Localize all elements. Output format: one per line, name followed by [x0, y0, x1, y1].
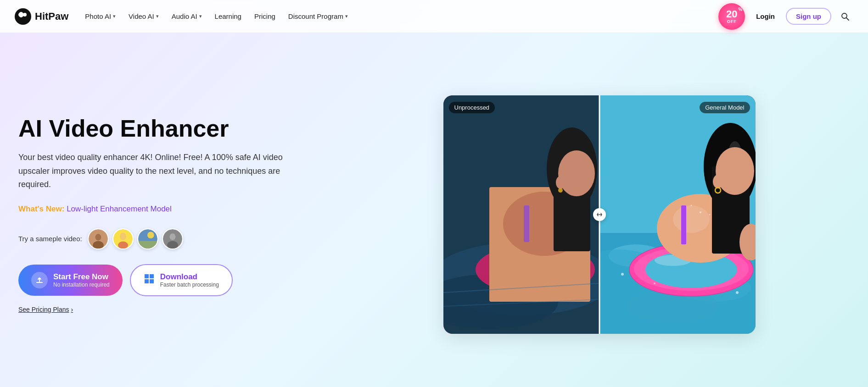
svg-point-32: [556, 176, 565, 189]
search-button[interactable]: [837, 8, 853, 25]
nav-discount-program[interactable]: Discount Program ▾: [283, 9, 353, 24]
hero-section: AI Video Enhancer Your best video qualit…: [0, 33, 868, 387]
start-free-label: Start Free Now: [53, 272, 110, 282]
start-free-button[interactable]: Start Free Now No installation required: [18, 265, 123, 296]
sample-thumb-1[interactable]: [88, 228, 109, 249]
comparison-label-left: Unprocessed: [449, 102, 495, 113]
svg-point-57: [700, 211, 701, 213]
comparison-label-right: General Model: [700, 102, 750, 113]
navbar: HitPaw Photo AI ▾ Video AI ▾ Audio AI ▾ …: [0, 0, 868, 33]
logo[interactable]: HitPaw: [15, 8, 68, 25]
login-button[interactable]: Login: [750, 9, 780, 24]
svg-point-14: [169, 233, 175, 240]
cta-buttons: Start Free Now No installation required …: [18, 264, 330, 296]
nav-video-ai[interactable]: Video AI ▾: [123, 9, 164, 24]
svg-point-59: [709, 214, 710, 216]
svg-point-1: [23, 13, 27, 17]
sample-videos-row: Try a sameple video:: [18, 228, 330, 249]
drag-icon: [596, 211, 603, 218]
hero-title: AI Video Enhancer: [18, 116, 330, 142]
svg-rect-16: [145, 274, 149, 278]
download-sublabel: Faster batch processing: [160, 282, 219, 288]
comparison-right: [599, 95, 756, 334]
svg-point-5: [95, 234, 101, 241]
svg-rect-17: [150, 274, 154, 278]
hero-content: AI Video Enhancer Your best video qualit…: [18, 116, 330, 314]
svg-rect-48: [681, 205, 686, 244]
whats-new: What's New: Low-light Enhancement Model: [18, 205, 330, 214]
svg-point-54: [713, 175, 723, 188]
windows-icon: [144, 273, 155, 287]
nav-right-area: 20 % OFF Login Sign up: [718, 3, 853, 30]
chevron-down-icon: ▾: [199, 13, 202, 19]
start-free-sublabel: No installation required: [53, 282, 110, 288]
download-label: Download: [160, 272, 219, 282]
scene-left-svg: [443, 95, 599, 334]
pricing-plans-link[interactable]: See Pricing Plans ›: [18, 306, 73, 313]
svg-rect-11: [138, 241, 157, 248]
scene-right-svg: [599, 95, 756, 334]
hitpaw-logo-icon: [15, 8, 31, 25]
svg-rect-18: [145, 279, 149, 283]
nav-links: Photo AI ▾ Video AI ▾ Audio AI ▾ Learnin…: [79, 9, 718, 24]
comparison-left: [443, 95, 599, 334]
whats-new-label: What's New:: [18, 205, 64, 213]
sample-thumb-3[interactable]: [137, 228, 158, 249]
svg-point-61: [654, 282, 655, 284]
comparison-card: Unprocessed General Model: [443, 95, 756, 334]
chevron-down-icon: ▾: [156, 13, 159, 19]
svg-point-2: [842, 13, 847, 18]
discount-badge[interactable]: 20 % OFF: [718, 3, 745, 30]
download-button[interactable]: Download Faster batch processing: [130, 264, 233, 296]
nav-audio-ai[interactable]: Audio AI ▾: [166, 9, 207, 24]
search-icon: [840, 12, 850, 21]
svg-point-31: [558, 150, 595, 196]
svg-rect-19: [150, 279, 154, 283]
upload-icon: [31, 272, 48, 288]
svg-rect-27: [524, 205, 529, 242]
hero-image: Unprocessed General Model: [349, 95, 850, 334]
whats-new-link[interactable]: Low-light Enhancement Model: [67, 205, 172, 213]
hero-description: Your best video quality enhancer 4K! Onl…: [18, 151, 294, 192]
signup-button[interactable]: Sign up: [786, 8, 831, 25]
svg-line-3: [846, 18, 849, 20]
svg-point-58: [690, 205, 692, 206]
sample-thumbs: [88, 228, 183, 249]
sample-label: Try a sameple video:: [18, 235, 82, 243]
brand-name: HitPaw: [35, 11, 68, 22]
svg-point-53: [716, 147, 754, 195]
chevron-down-icon: ▾: [345, 13, 348, 19]
svg-point-8: [119, 232, 126, 240]
svg-point-47: [673, 205, 710, 233]
nav-learning[interactable]: Learning: [209, 9, 247, 24]
svg-point-33: [558, 188, 563, 193]
sample-thumb-4[interactable]: [162, 228, 183, 249]
comparison-handle[interactable]: [593, 208, 606, 221]
nav-pricing[interactable]: Pricing: [249, 9, 281, 24]
svg-point-12: [147, 232, 154, 238]
svg-point-62: [736, 291, 739, 294]
comparison-inner: Unprocessed General Model: [443, 95, 756, 334]
svg-point-60: [621, 273, 624, 276]
nav-photo-ai[interactable]: Photo AI ▾: [79, 9, 121, 24]
sample-thumb-2[interactable]: [112, 228, 134, 249]
chevron-down-icon: ▾: [113, 13, 116, 19]
